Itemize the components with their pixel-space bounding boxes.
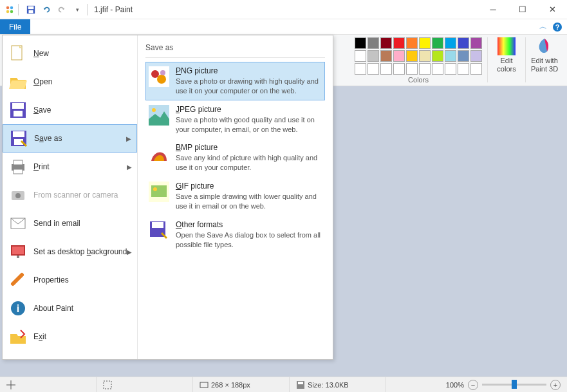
- svg-text:i: i: [17, 303, 19, 314]
- color-swatch[interactable]: [367, 50, 379, 62]
- format-title: BMP picture: [176, 143, 322, 152]
- zoom-out-button[interactable]: −: [468, 380, 478, 390]
- color-swatch[interactable]: [355, 50, 366, 62]
- save-button[interactable]: [24, 3, 38, 17]
- color-swatch[interactable]: [380, 37, 392, 49]
- paint3d-icon: [535, 37, 553, 55]
- ribbon-tabs: File ︿ ?: [0, 19, 567, 35]
- file-menu-item-send-in-email[interactable]: Send in email: [3, 209, 137, 238]
- color-swatch[interactable]: [380, 63, 392, 75]
- svg-point-1: [10, 6, 14, 9]
- separator: [87, 4, 88, 15]
- svg-point-0: [6, 6, 10, 9]
- file-menu-item-print[interactable]: Print▶: [3, 153, 137, 181]
- title-bar: ▾ 1.jfif - Paint ─ ☐ ✕: [0, 0, 567, 19]
- svg-text:?: ?: [555, 23, 560, 31]
- color-swatch[interactable]: [367, 37, 379, 49]
- file-menu-item-new[interactable]: New: [3, 39, 137, 68]
- file-menu-list: NewOpenSaveSave as▶Print▶From scanner or…: [3, 35, 138, 359]
- color-swatch[interactable]: [445, 50, 456, 62]
- save-as-other-formats[interactable]: Other formatsOpen the Save As dialog box…: [145, 216, 325, 254]
- file-menu: NewOpenSaveSave as▶Print▶From scanner or…: [2, 35, 333, 360]
- undo-button[interactable]: [39, 3, 53, 17]
- color-swatch[interactable]: [355, 37, 366, 49]
- menu-item-label: Open: [33, 77, 52, 86]
- color-swatch[interactable]: [458, 63, 469, 75]
- svg-rect-15: [13, 131, 24, 137]
- format-title: PNG picture: [176, 66, 322, 75]
- color-swatch[interactable]: [419, 63, 431, 75]
- svg-rect-43: [298, 382, 303, 384]
- help-button[interactable]: ?: [550, 19, 564, 34]
- color-swatch[interactable]: [432, 37, 443, 49]
- close-button[interactable]: ✕: [537, 0, 567, 19]
- color-swatch[interactable]: [458, 37, 469, 49]
- paint-3d-button[interactable]: Edit with Paint 3D: [527, 35, 562, 75]
- svg-point-37: [153, 187, 157, 191]
- color-swatch[interactable]: [393, 63, 405, 75]
- maximize-button[interactable]: ☐: [508, 0, 537, 19]
- file-menu-item-save-as[interactable]: Save as▶: [3, 124, 137, 153]
- color-swatch[interactable]: [458, 50, 469, 62]
- menu-item-label: Set as desktop background: [33, 247, 127, 256]
- color-swatch[interactable]: [355, 63, 366, 75]
- format-icon: [149, 182, 169, 202]
- color-swatch[interactable]: [470, 50, 482, 62]
- zoom-slider[interactable]: [482, 384, 546, 386]
- svg-rect-39: [152, 222, 163, 228]
- color-swatch[interactable]: [380, 50, 392, 62]
- save-as-jpeg-picture[interactable]: JPEG pictureSave a photo with good quali…: [145, 100, 325, 139]
- disk-icon: [296, 380, 305, 389]
- menu-item-icon: [9, 271, 27, 289]
- file-menu-item-set-as-desktop-background[interactable]: Set as desktop background▶: [3, 238, 137, 266]
- file-menu-item-properties[interactable]: Properties: [3, 266, 137, 294]
- file-menu-item-about-paint[interactable]: iAbout Paint: [3, 294, 137, 322]
- color-swatch[interactable]: [432, 50, 443, 62]
- color-swatch[interactable]: [393, 50, 405, 62]
- paint-app-icon: [4, 4, 15, 15]
- save-as-png-picture[interactable]: PNG pictureSave a photo or drawing with …: [145, 62, 325, 100]
- color-swatch[interactable]: [419, 50, 431, 62]
- menu-item-label: Save: [33, 106, 51, 115]
- color-swatch[interactable]: [445, 63, 456, 75]
- file-menu-item-exit[interactable]: Exit: [3, 322, 137, 351]
- file-tab[interactable]: File: [0, 19, 30, 34]
- color-swatch[interactable]: [445, 37, 456, 49]
- format-title: GIF picture: [176, 182, 322, 191]
- file-menu-item-open[interactable]: Open: [3, 68, 137, 96]
- color-swatch[interactable]: [393, 37, 405, 49]
- color-swatch[interactable]: [406, 37, 418, 49]
- menu-item-label: Save as: [34, 134, 62, 143]
- filesize-cell: Size: 13.0KB: [290, 377, 386, 392]
- menu-item-label: From scanner or camera: [33, 191, 118, 200]
- ribbon-collapse-icon[interactable]: ︿: [536, 19, 550, 34]
- window-title: 1.jfif - Paint: [94, 5, 133, 14]
- format-description: Save a photo or drawing with high qualit…: [176, 77, 322, 96]
- redo-button[interactable]: [55, 3, 69, 17]
- zoom-in-button[interactable]: +: [550, 380, 561, 390]
- file-menu-item-save[interactable]: Save: [3, 96, 137, 124]
- minimize-button[interactable]: ─: [478, 0, 508, 19]
- menu-item-icon: [9, 328, 27, 346]
- edit-colors-button[interactable]: Edit colors: [489, 35, 524, 75]
- zoom-thumb[interactable]: [512, 380, 517, 389]
- save-as-header: Save as: [145, 41, 325, 58]
- svg-rect-18: [14, 160, 23, 165]
- color-swatch[interactable]: [432, 63, 443, 75]
- save-as-bmp-picture[interactable]: BMP pictureSave any kind of picture with…: [145, 138, 325, 177]
- color-swatch[interactable]: [367, 63, 379, 75]
- menu-item-icon: [9, 101, 27, 119]
- color-swatch[interactable]: [406, 63, 418, 75]
- svg-rect-9: [497, 37, 516, 55]
- color-swatch[interactable]: [470, 63, 482, 75]
- save-as-gif-picture[interactable]: GIF pictureSave a simple drawing with lo…: [145, 177, 325, 216]
- svg-point-2: [6, 10, 10, 13]
- color-swatch[interactable]: [406, 50, 418, 62]
- menu-item-icon: [9, 73, 27, 91]
- group-label-colors: Colors: [408, 76, 429, 84]
- color-swatch[interactable]: [419, 37, 431, 49]
- menu-item-icon: [9, 214, 27, 232]
- menu-item-icon: [9, 186, 27, 204]
- color-swatch[interactable]: [470, 37, 482, 49]
- qat-customize[interactable]: ▾: [70, 3, 84, 17]
